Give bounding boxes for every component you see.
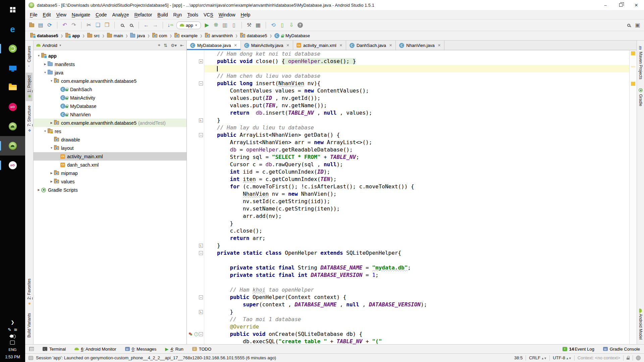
breadcrumb-mydatabase[interactable]: CMyDatabase xyxy=(273,33,311,39)
start-button[interactable] xyxy=(0,0,25,19)
close-tab-icon[interactable]: ✕ xyxy=(438,43,441,48)
cut-icon[interactable]: ✂ xyxy=(86,22,92,28)
tool-gradle[interactable]: Gradle xyxy=(638,86,644,108)
fold-collapse-icon[interactable]: − xyxy=(199,332,203,336)
avd-manager-icon[interactable]: ▯ xyxy=(279,22,285,28)
breadcrumb-src[interactable]: src xyxy=(86,33,101,39)
breadcrumb-com[interactable]: com xyxy=(151,33,168,39)
error-stripe[interactable] xyxy=(629,50,637,344)
action-center-icon[interactable] xyxy=(10,341,15,345)
pen-icon[interactable]: ✎ xyxy=(8,327,11,332)
menu-window[interactable]: Window xyxy=(216,11,238,19)
gutter[interactable] xyxy=(187,161,204,168)
tab-mydatabase-java[interactable]: C MyDatabase.java ✕ xyxy=(187,41,241,50)
gradle-sync-icon[interactable]: ⟲ xyxy=(270,22,276,28)
tree-item-nhanvien[interactable]: C NhanVien xyxy=(34,110,186,119)
back-icon[interactable]: ← xyxy=(143,22,149,28)
open-icon[interactable] xyxy=(29,23,35,27)
menu-analyze[interactable]: Analyze xyxy=(110,11,132,19)
reformat-icon[interactable]: ↓01 xyxy=(167,22,173,28)
menu-edit[interactable]: Edit xyxy=(40,11,54,19)
fold-end-icon[interactable]: ∟ xyxy=(199,310,203,314)
gutter[interactable] xyxy=(187,198,204,205)
tree-arrow-icon[interactable]: ▶ xyxy=(49,180,54,183)
forward-icon[interactable]: → xyxy=(152,22,158,28)
android-studio-icon[interactable] xyxy=(0,117,25,136)
gutter[interactable]: + xyxy=(187,58,204,65)
tool-captures[interactable]: ◔Captures xyxy=(26,43,33,71)
wireless-icon[interactable]: ≋ xyxy=(14,327,17,332)
tool-favorites[interactable]: ★2: Favorites xyxy=(26,276,33,308)
gutter[interactable] xyxy=(187,227,204,235)
tree-item-mainactivity[interactable]: C MainActivity xyxy=(34,94,186,102)
gradle-console-button[interactable]: ▤ Gradle Console xyxy=(603,347,640,352)
menu-vcs[interactable]: VCS xyxy=(201,11,216,19)
project-view-selector[interactable]: Android xyxy=(42,43,57,48)
close-tab-icon[interactable]: ✕ xyxy=(339,43,342,48)
genymotion-player-icon[interactable]: oO xyxy=(0,156,25,175)
tree-item-com-example-anvanthinh-database5[interactable]: ▶ com.example.anvanthinh.database5 (andr… xyxy=(34,119,186,127)
tree-arrow-icon[interactable]: ▼ xyxy=(49,146,54,149)
code-editor[interactable]: // Ham dong ket noi toi database + publi… xyxy=(187,50,629,344)
tree-item-danhsach[interactable]: C DanhSach xyxy=(34,85,186,94)
tool-android-model[interactable]: Android Model xyxy=(638,307,644,342)
save-icon[interactable]: ▤ xyxy=(38,22,44,28)
settings-icon[interactable]: ⚒ xyxy=(246,22,252,28)
tree-item-com-example-anvanthinh-database5[interactable]: ▼ com.example.anvanthinh.database5 xyxy=(34,77,186,85)
lock-icon[interactable] xyxy=(627,356,630,360)
menu-tools[interactable]: Tools xyxy=(184,11,201,19)
edge-icon[interactable]: e xyxy=(0,19,25,39)
hector-icon[interactable] xyxy=(636,356,641,360)
show-hidden-icons-chevron[interactable]: ❯ xyxy=(11,320,14,324)
gutter[interactable] xyxy=(187,301,204,308)
gutter[interactable] xyxy=(187,65,204,72)
display-icon[interactable] xyxy=(0,58,25,78)
tab-activity-main-xml[interactable]: <> activity_main.xml ✕ xyxy=(293,41,346,50)
tree-item-layout[interactable]: ▼ layout xyxy=(34,144,186,152)
close-button[interactable]: ✕ xyxy=(629,0,644,10)
tree-item-activity-main-xml[interactable]: <> activity_main.xml xyxy=(34,152,186,161)
redo-icon[interactable]: ↷ xyxy=(71,22,77,28)
coverage-icon[interactable]: ▥ xyxy=(222,22,228,28)
menu-navigate[interactable]: Navigate xyxy=(69,11,93,19)
event-log-button[interactable]: ! 14Event Log xyxy=(562,347,594,352)
run-gutter-icon[interactable] xyxy=(189,333,191,335)
fold-collapse-icon[interactable]: − xyxy=(199,251,203,255)
tree-item-java[interactable]: ▼ java xyxy=(34,68,186,77)
fold-end-icon[interactable]: ∟ xyxy=(199,118,203,122)
gutter[interactable] xyxy=(187,154,204,161)
menu-view[interactable]: View xyxy=(54,11,69,19)
caret-position[interactable]: 38:5 xyxy=(514,355,523,360)
gutter[interactable] xyxy=(187,205,204,213)
gutter[interactable]: − xyxy=(187,294,204,301)
volume-icon[interactable] xyxy=(11,335,13,338)
tree-arrow-icon[interactable]: ▶ xyxy=(43,63,48,66)
close-tab-icon[interactable]: ✕ xyxy=(234,43,237,48)
undo-icon[interactable]: ↶ xyxy=(62,22,68,28)
project-tool-icon-3[interactable]: ⇤ xyxy=(180,43,184,48)
maximize-button[interactable] xyxy=(613,0,629,10)
tree-arrow-icon[interactable]: ▼ xyxy=(43,130,48,133)
gutter[interactable] xyxy=(187,235,204,242)
gutter[interactable] xyxy=(187,272,204,279)
override-icon[interactable]: ↑ xyxy=(194,332,198,336)
replace-icon[interactable] xyxy=(128,24,134,27)
project-tool-icon-0[interactable]: ⌖ xyxy=(158,43,160,48)
project-tree[interactable]: ▼ app ▶ manifests ▼ java ▼ com.example.a… xyxy=(34,50,186,344)
clock[interactable]: 1:53 PM xyxy=(5,355,20,359)
tab-mainactivity-java[interactable]: C MainActivity.java ✕ xyxy=(241,41,293,50)
tree-item-app[interactable]: ▼ app xyxy=(34,52,186,60)
tool-build-variants[interactable]: Build Variants xyxy=(26,310,33,340)
tree-arrow-icon[interactable]: ▼ xyxy=(49,79,54,82)
gutter[interactable]: ∟ xyxy=(187,308,204,316)
project-structure-icon[interactable]: ▦ xyxy=(255,22,261,28)
tool-structure[interactable]: ❖7: Structure xyxy=(26,103,33,135)
gutter[interactable] xyxy=(187,109,204,117)
genymotion-icon[interactable] xyxy=(0,39,25,58)
warning-mark[interactable] xyxy=(631,51,635,55)
fold-collapse-icon[interactable]: − xyxy=(199,81,203,85)
gutter[interactable] xyxy=(187,220,204,227)
menu-help[interactable]: Help xyxy=(238,11,253,19)
gutter[interactable] xyxy=(187,95,204,102)
gutter[interactable] xyxy=(187,183,204,190)
